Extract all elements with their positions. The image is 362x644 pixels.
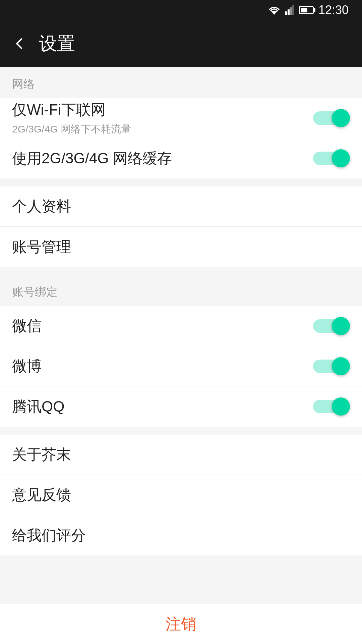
back-button[interactable] <box>12 36 27 51</box>
item-title-weibo: 微博 <box>12 356 42 376</box>
status-time: 12:30 <box>318 3 349 17</box>
item-title-qq: 腾讯QQ <box>12 397 64 417</box>
item-content-mobile-cache: 使用2G/3G/4G 网络缓存 <box>12 149 172 168</box>
item-content-about-app: 关于芥末 <box>12 445 71 465</box>
item-title-feedback: 意见反馈 <box>12 485 71 505</box>
item-content-weibo: 微博 <box>12 356 42 376</box>
status-bar: 12:30 <box>0 0 362 20</box>
section-binding: 账号绑定 微信 微博 <box>0 275 362 427</box>
list-item-wifi-only[interactable]: 仅Wi-Fi下联网 2G/3G/4G 网络下不耗流量 <box>0 98 362 138</box>
svg-marker-0 <box>271 11 278 15</box>
svg-rect-3 <box>290 7 292 15</box>
item-title-profile: 个人资料 <box>12 197 71 216</box>
section-items-binding: 微信 微博 腾讯QQ <box>0 306 362 427</box>
item-subtitle-wifi-only: 2G/3G/4G 网络下不耗流量 <box>12 122 131 136</box>
item-title-mobile-cache: 使用2G/3G/4G 网络缓存 <box>12 149 172 168</box>
item-title-wifi-only: 仅Wi-Fi下联网 <box>12 100 131 120</box>
list-item-mobile-cache[interactable]: 使用2G/3G/4G 网络缓存 <box>0 138 362 178</box>
toggle-mobile-cache[interactable] <box>313 149 350 167</box>
svg-rect-1 <box>285 11 287 15</box>
section-items-network: 仅Wi-Fi下联网 2G/3G/4G 网络下不耗流量 使用2G/3G/4G 网络… <box>0 98 362 178</box>
svg-rect-2 <box>288 9 290 15</box>
section-about: 关于芥末 意见反馈 给我们评分 <box>0 435 362 555</box>
item-content-rate: 给我们评分 <box>12 526 86 545</box>
battery-icon <box>299 6 314 14</box>
logout-text: 注销 <box>166 614 196 635</box>
section-personal: 个人资料 账号管理 <box>0 186 362 267</box>
logout-bar[interactable]: 注销 <box>0 604 362 644</box>
section-header-network: 网络 <box>0 67 362 98</box>
signal-icon <box>285 5 294 15</box>
divider-2 <box>0 267 362 275</box>
item-title-rate: 给我们评分 <box>12 526 86 545</box>
section-network: 网络 仅Wi-Fi下联网 2G/3G/4G 网络下不耗流量 使用2G/3G/4G… <box>0 67 362 178</box>
list-item-account-manage[interactable]: 账号管理 <box>0 227 362 267</box>
divider-1 <box>0 178 362 186</box>
section-items-personal: 个人资料 账号管理 <box>0 186 362 267</box>
list-item-qq[interactable]: 腾讯QQ <box>0 386 362 427</box>
toggle-wifi-only[interactable] <box>313 109 350 127</box>
item-title-about-app: 关于芥末 <box>12 445 71 465</box>
item-title-wechat: 微信 <box>12 316 42 336</box>
list-item-weibo[interactable]: 微博 <box>0 346 362 386</box>
status-icons: 12:30 <box>268 3 349 17</box>
list-item-profile[interactable]: 个人资料 <box>0 186 362 227</box>
divider-3 <box>0 427 362 435</box>
list-item-wechat[interactable]: 微信 <box>0 306 362 346</box>
list-item-rate[interactable]: 给我们评分 <box>0 515 362 555</box>
list-item-feedback[interactable]: 意见反馈 <box>0 475 362 515</box>
toggle-wechat[interactable] <box>313 317 350 335</box>
item-content-wechat: 微信 <box>12 316 42 336</box>
item-content-account-manage: 账号管理 <box>12 237 71 257</box>
section-items-about: 关于芥末 意见反馈 给我们评分 <box>0 435 362 555</box>
page-title: 设置 <box>39 32 75 56</box>
item-content-feedback: 意见反馈 <box>12 485 71 505</box>
section-header-binding: 账号绑定 <box>0 275 362 306</box>
toggle-weibo[interactable] <box>313 357 350 375</box>
top-bar: 设置 <box>0 20 362 67</box>
item-title-account-manage: 账号管理 <box>12 237 71 257</box>
item-content-wifi-only: 仅Wi-Fi下联网 2G/3G/4G 网络下不耗流量 <box>12 100 131 136</box>
list-item-about-app[interactable]: 关于芥末 <box>0 435 362 475</box>
item-content-profile: 个人资料 <box>12 197 71 216</box>
svg-rect-4 <box>292 5 294 15</box>
content: 网络 仅Wi-Fi下联网 2G/3G/4G 网络下不耗流量 使用2G/3G/4G… <box>0 67 362 604</box>
toggle-qq[interactable] <box>313 397 350 416</box>
wifi-icon <box>268 5 280 15</box>
item-content-qq: 腾讯QQ <box>12 397 64 417</box>
